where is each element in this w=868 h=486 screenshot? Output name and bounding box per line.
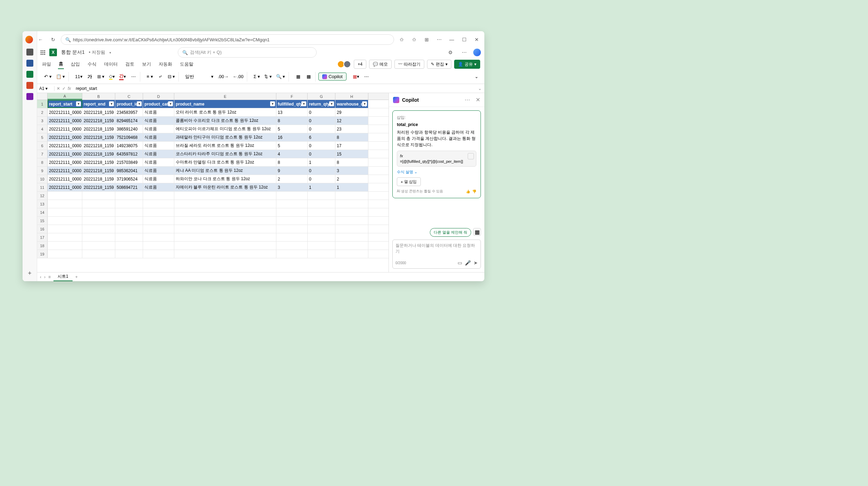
table-cell[interactable]: 202212111_0000: [48, 158, 82, 166]
table-cell[interactable]: 202212111_0000: [48, 125, 82, 133]
empty-cell[interactable]: [308, 217, 335, 225]
undo-button[interactable]: ↶ ▾: [43, 72, 53, 81]
table-cell[interactable]: 234583957: [115, 108, 143, 116]
more-icon[interactable]: ⋯: [434, 35, 444, 44]
font-color-button[interactable]: 간 ▾: [118, 72, 127, 81]
row-header[interactable]: 18: [37, 242, 48, 250]
accept-formula-icon[interactable]: ✓: [62, 86, 66, 91]
column-header[interactable]: D: [143, 93, 174, 100]
title-dropdown-icon[interactable]: ▾: [109, 51, 111, 55]
empty-cell[interactable]: [48, 233, 82, 241]
sheet-tab[interactable]: 시트1: [53, 273, 73, 281]
empty-cell[interactable]: [48, 242, 82, 250]
table-cell[interactable]: 오터 라이트 로스트 통 원두 12oz: [174, 108, 276, 116]
empty-cell[interactable]: [82, 225, 115, 233]
row-header[interactable]: 5: [37, 133, 48, 141]
row-header[interactable]: 10: [37, 175, 48, 183]
paste-button[interactable]: 📋 ▾: [55, 72, 67, 81]
more-icon[interactable]: ⋯: [459, 48, 469, 57]
share-button[interactable]: 👤 공유 ▾: [454, 60, 480, 69]
table-cell[interactable]: 20221218_1159: [82, 125, 115, 133]
table-cell[interactable]: 1: [335, 183, 368, 191]
tab-홈[interactable]: 홈: [58, 59, 64, 69]
table-cell[interactable]: 2: [276, 175, 308, 183]
table-cell[interactable]: 20221218_1159: [82, 133, 115, 141]
table-cell[interactable]: 3: [335, 167, 368, 175]
table-cell[interactable]: 0: [308, 108, 335, 116]
merge-button[interactable]: ⊟ ▾: [166, 72, 177, 81]
sidebar-add-icon[interactable]: +: [28, 270, 32, 277]
sheet-next-icon[interactable]: ›: [44, 275, 45, 279]
empty-cell[interactable]: [276, 217, 308, 225]
empty-cell[interactable]: [276, 192, 308, 200]
empty-cell[interactable]: [174, 250, 276, 258]
explain-formula-link[interactable]: 수식 설명 ⌄: [397, 169, 476, 175]
empty-cell[interactable]: [174, 225, 276, 233]
table-cell[interactable]: 6: [308, 133, 335, 141]
thumbs-down-icon[interactable]: 👎: [472, 190, 476, 193]
table-cell[interactable]: 하와이안 코나 다크 로스트 통 원두 12oz: [174, 175, 276, 183]
tab-검토[interactable]: 검토: [125, 60, 135, 69]
cancel-formula-icon[interactable]: ✕: [57, 86, 60, 91]
name-box[interactable]: A1 ▾: [37, 86, 55, 91]
spreadsheet-grid[interactable]: ABCDEFGH 1report_start▾report_end▾produc…: [37, 93, 389, 272]
empty-cell[interactable]: [82, 192, 115, 200]
row-header[interactable]: 15: [37, 217, 48, 225]
table-header-cell[interactable]: return_qty▾: [308, 100, 335, 108]
table-cell[interactable]: 202212111_0000: [48, 150, 82, 158]
table-header-cell[interactable]: product_id▾: [115, 100, 143, 108]
url-bar[interactable]: 🔍 https://onedrive.live.com/:w:/t/EaCKkP…: [61, 34, 394, 45]
table-cell[interactable]: 콜롬비아 수프리모 다크 로스트 통 원두 12oz: [174, 117, 276, 125]
empty-cell[interactable]: [115, 250, 143, 258]
empty-cell[interactable]: [115, 208, 143, 216]
increase-decimal-button[interactable]: ←.00: [231, 72, 245, 81]
copilot-more-icon[interactable]: ⋯: [465, 97, 470, 103]
table-cell[interactable]: 2: [335, 175, 368, 183]
copilot-grid-icon[interactable]: ▦: [473, 228, 481, 236]
more-ribbon-icon[interactable]: ⋯: [362, 72, 371, 81]
sidebar-home-icon[interactable]: [26, 49, 33, 56]
table-cell[interactable]: 508694721: [115, 183, 143, 191]
empty-cell[interactable]: [174, 200, 276, 208]
sidebar-word-icon[interactable]: [26, 60, 33, 67]
table-cell[interactable]: 643597812: [115, 150, 143, 158]
empty-cell[interactable]: [308, 242, 335, 250]
ribbon-collapse-icon[interactable]: ⌄: [472, 72, 481, 81]
table-cell[interactable]: 0: [308, 125, 335, 133]
empty-cell[interactable]: [48, 200, 82, 208]
user-avatar[interactable]: [473, 49, 481, 56]
add-sheet-icon[interactable]: +: [75, 275, 78, 279]
empty-cell[interactable]: [82, 233, 115, 241]
tab-삽입[interactable]: 삽입: [70, 60, 81, 69]
column-header[interactable]: C: [115, 93, 143, 100]
tab-도움말[interactable]: 도움말: [179, 60, 194, 69]
empty-cell[interactable]: [115, 242, 143, 250]
row-header[interactable]: 9: [37, 167, 48, 175]
fx-icon[interactable]: fx: [68, 86, 71, 91]
copilot-input[interactable]: 질문하거나 테이블의 데이터에 대한 요청하기 0/2000 ▭ 🎤 ➤: [392, 240, 481, 269]
empty-cell[interactable]: [276, 242, 308, 250]
row-header[interactable]: 16: [37, 225, 48, 233]
empty-cell[interactable]: [82, 217, 115, 225]
table-cell[interactable]: 브라질 세라도 라이트 로스트 통 원두 12oz: [174, 142, 276, 150]
table-cell[interactable]: 코스타리카 타라주 미디엄 로스트 통 원두 12oz: [174, 150, 276, 158]
empty-cell[interactable]: [276, 233, 308, 241]
more-font-icon[interactable]: ⋯: [129, 72, 138, 81]
row-header[interactable]: 14: [37, 208, 48, 216]
empty-cell[interactable]: [174, 192, 276, 200]
favorites-bar-icon[interactable]: ✩: [409, 35, 419, 44]
table-cell[interactable]: 202212111_0000: [48, 175, 82, 183]
tab-자동화[interactable]: 자동화: [158, 60, 173, 69]
app-launcher-icon[interactable]: [41, 50, 45, 55]
row-header[interactable]: 4: [37, 125, 48, 133]
insert-column-button[interactable]: + 열 삽입: [397, 177, 421, 186]
empty-cell[interactable]: [143, 208, 174, 216]
table-cell[interactable]: 에티오피아 이르가체프 미디엄 로스트 통 원두 12oz: [174, 125, 276, 133]
table-cell[interactable]: 20221218_1159: [82, 158, 115, 166]
tab-수식[interactable]: 수식: [87, 60, 97, 69]
table-cell[interactable]: 0: [308, 167, 335, 175]
settings-icon[interactable]: ⚙: [445, 48, 455, 57]
empty-cell[interactable]: [143, 200, 174, 208]
empty-cell[interactable]: [143, 233, 174, 241]
empty-cell[interactable]: [335, 242, 368, 250]
